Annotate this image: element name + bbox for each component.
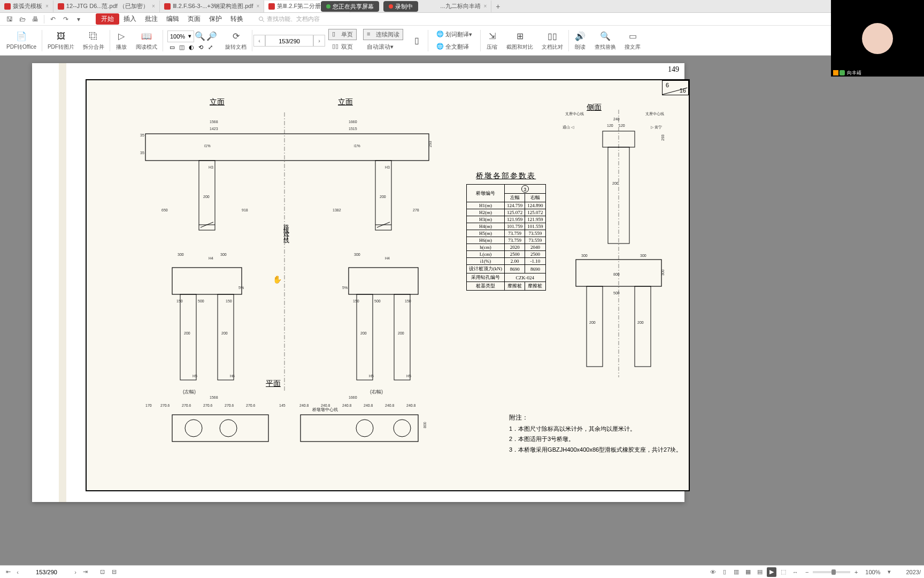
next-page-button[interactable]: ›: [313, 35, 325, 47]
crop-compare-button[interactable]: ⊞截图和对比: [502, 28, 537, 54]
share-screen-badge[interactable]: 您正在共享屏幕: [321, 1, 379, 12]
doc-compare-button[interactable]: ▯▯文档比对: [537, 28, 567, 54]
zoom-in-button[interactable]: +: [851, 567, 861, 577]
chevron-down-icon[interactable]: ▾: [884, 567, 894, 577]
tab-1[interactable]: 拨弧壳模板×: [0, 1, 53, 12]
table-row: H4(m)101.759101.559: [467, 223, 546, 230]
play-button[interactable]: ▶: [767, 567, 776, 577]
prev-page-button[interactable]: ‹: [253, 35, 265, 47]
save-icon[interactable]: 🖫: [4, 14, 15, 24]
video-call-overlay[interactable]: 向丰靖: [831, 0, 924, 77]
page-view-button[interactable]: ▯: [406, 28, 427, 54]
zoom-select[interactable]: 100% ▾: [167, 31, 194, 42]
menu-edit[interactable]: 编辑: [162, 13, 183, 25]
tab-label: ...九二标向丰靖: [440, 2, 480, 10]
layout-2-icon[interactable]: ▥: [732, 567, 741, 577]
tab-2[interactable]: 12--JTG D6...范.pdf （已加密）×: [53, 1, 160, 12]
dim: 1660: [349, 120, 357, 124]
read-mode-button[interactable]: 📖阅读模式: [132, 28, 161, 54]
play-button[interactable]: ▷播放: [111, 28, 132, 54]
close-icon[interactable]: ×: [45, 3, 49, 9]
table-row: 采用钻孔编号CZK-024: [467, 273, 546, 282]
layout-3-icon[interactable]: ▦: [743, 567, 753, 577]
menu-page[interactable]: 页面: [183, 13, 205, 25]
prev-page-button[interactable]: ‹: [13, 569, 22, 575]
dim: 800: [423, 422, 427, 428]
full-translate-button[interactable]: 🌐全文翻译: [433, 41, 476, 52]
label: 连续阅读: [376, 31, 399, 39]
next-page-button[interactable]: ›: [71, 569, 80, 575]
dim: 200: [612, 181, 619, 185]
svg-rect-19: [587, 286, 603, 367]
recording-badge[interactable]: 录制中: [383, 1, 418, 12]
zoom-slider[interactable]: [813, 571, 850, 573]
menu-protect[interactable]: 保护: [205, 13, 226, 25]
continuous-read-button[interactable]: ≡连续阅读: [363, 29, 403, 40]
doc-library-button[interactable]: ▭搜文库: [620, 28, 645, 54]
undo-icon[interactable]: ↶: [48, 14, 58, 24]
select-lasso-icon[interactable]: ◐: [187, 44, 196, 51]
zoom-out-button[interactable]: −: [802, 567, 812, 577]
fit-width-icon[interactable]: ↔: [790, 567, 800, 577]
dim: 800: [613, 272, 620, 276]
document-viewport[interactable]: 149 6 16 立面 立面 侧面 平面: [0, 56, 924, 565]
tab-label: 12--JTG D6...范.pdf （已加密）: [66, 2, 149, 10]
dim: 200: [637, 321, 644, 324]
svg-point-0: [259, 17, 263, 20]
dim: 200: [398, 331, 404, 335]
expand-icon[interactable]: ⤢: [206, 44, 215, 51]
search-box[interactable]: 查找功能、文档内容: [258, 15, 320, 23]
close-icon[interactable]: ×: [256, 3, 259, 9]
find-replace-button[interactable]: 🔍查找替换: [590, 28, 620, 54]
zoom-value: 100%: [170, 33, 185, 40]
dim: 1423: [210, 127, 218, 131]
dim: 200: [589, 321, 596, 324]
menu-insert[interactable]: 插入: [119, 13, 141, 25]
fit-page-icon[interactable]: ⬚: [779, 567, 788, 577]
dim: 35: [140, 151, 144, 155]
dim: 500: [613, 291, 620, 295]
zoom-fit-button[interactable]: ⊡: [97, 567, 107, 577]
pdf-to-office-button[interactable]: 📄PDF转Office: [2, 28, 41, 54]
dim: 240.8: [299, 404, 309, 407]
select-crop-icon[interactable]: ◫: [177, 44, 187, 51]
zoom-out-button[interactable]: 🔍: [194, 31, 206, 41]
read-aloud-button[interactable]: 🔊朗读: [570, 28, 590, 54]
layout-1-icon[interactable]: ▯: [720, 567, 729, 577]
page-number-input[interactable]: 153/290: [265, 35, 313, 47]
open-icon[interactable]: 🗁: [17, 14, 28, 24]
single-page-button[interactable]: ▯单页: [328, 29, 357, 40]
menu-start[interactable]: 开始: [96, 13, 119, 25]
page-input[interactable]: [22, 569, 71, 575]
last-page-button[interactable]: ⇥: [80, 568, 90, 575]
close-icon[interactable]: ×: [484, 3, 487, 9]
pdf-to-image-button[interactable]: 🖼PDF转图片: [43, 28, 79, 54]
auto-scroll-button[interactable]: 自动滚动 ▾: [363, 41, 403, 52]
tab-5[interactable]: ...九二标向丰靖×: [436, 1, 491, 12]
double-page-button[interactable]: ▯▯双页: [328, 41, 357, 52]
zoom-in-button[interactable]: 🔎: [206, 31, 218, 41]
tab-3[interactable]: Ⅲ.2.F.S6-3-...+3钢梁构造图.pdf×: [160, 1, 265, 12]
design-line-label: 路线设计线: [282, 219, 290, 235]
dropdown-icon[interactable]: ▾: [73, 14, 84, 24]
compress-button[interactable]: ⇲压缩: [482, 28, 502, 54]
menu-annotate[interactable]: 批注: [141, 13, 162, 25]
word-translate-button[interactable]: 🌐划词翻译 ▾: [433, 29, 476, 40]
refresh-icon[interactable]: ⟲: [196, 44, 206, 51]
svg-point-29: [356, 420, 373, 437]
zoom-width-button[interactable]: ⊟: [109, 567, 119, 577]
select-rect-icon[interactable]: ▭: [167, 44, 177, 51]
redo-icon[interactable]: ↷: [60, 14, 71, 24]
close-icon[interactable]: ×: [152, 3, 155, 9]
menu-convert[interactable]: 转换: [226, 13, 248, 25]
mic-icon: [840, 70, 845, 75]
sheet-number-tag: 6 16: [662, 80, 689, 95]
layout-4-icon[interactable]: ▤: [755, 567, 765, 577]
split-merge-button[interactable]: ⿻拆分合并: [79, 28, 109, 54]
zoom-value: 100%: [862, 569, 883, 575]
first-page-button[interactable]: ⇤: [3, 568, 13, 575]
print-icon[interactable]: 🖶: [30, 14, 41, 24]
rotate-button[interactable]: ⟳旋转文档: [221, 28, 251, 54]
new-tab-button[interactable]: +: [491, 2, 504, 11]
eye-icon[interactable]: 👁: [708, 567, 718, 577]
